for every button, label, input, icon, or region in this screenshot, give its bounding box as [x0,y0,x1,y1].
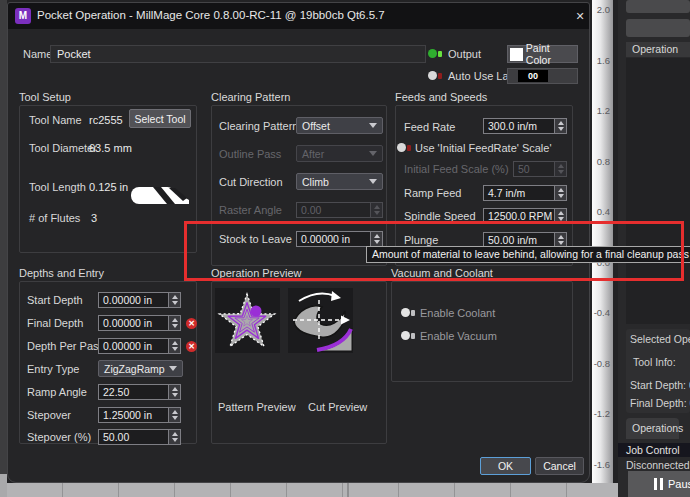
close-icon[interactable]: ✕ [572,8,588,24]
cut-preview-image [288,288,353,353]
star-pattern-icon [215,288,280,353]
ruler-tick: 0.4 [592,207,610,217]
operation-panel-header: Operation [626,42,690,57]
ruler-tick: -1.2 [592,409,610,419]
cancel-button[interactable]: Cancel [535,457,584,475]
start-depth-readout: Start Depth: 0.0 [630,379,690,391]
pattern-preview-image [215,288,280,353]
entry-type-dropdown[interactable]: ZigZagRamp [98,360,183,377]
ruler-tick: -0.8 [592,359,610,369]
pattern-preview-caption: Pattern Preview [218,401,296,413]
stepover-pct-input[interactable]: 50.00 [98,429,181,445]
spinner-buttons[interactable] [168,408,180,422]
outline-pass-dropdown: After [296,145,383,162]
spinner-buttons[interactable] [370,232,382,246]
pause-icon [654,478,663,490]
stepover-input[interactable]: 1.25000 in [98,407,181,423]
name-label: Name [23,48,52,60]
spinner-buttons[interactable] [168,385,180,399]
cut-direction-label: Cut Direction [219,176,283,188]
spinner-buttons[interactable] [168,293,180,307]
enable-coolant-checkbox [401,308,417,317]
spinner-buttons[interactable] [168,430,180,444]
ruler-tick: 1.6 [592,56,610,66]
tool-name-label: Tool Name [29,114,82,126]
outline-pass-label: Outline Pass [219,148,281,160]
layer-number-field[interactable]: 00 [507,68,578,84]
workspace-grid [7,483,618,497]
window-titlebar[interactable]: M Pocket Operation - MillMage Core 0.8.0… [8,3,589,29]
stock-to-leave-label: Stock to Leave [219,233,292,245]
cut-direction-dropdown[interactable]: Climb [296,173,383,190]
pause-button-label: Paus [668,478,690,490]
enable-vacuum-label: Enable Vacuum [420,330,497,342]
enable-coolant-label: Enable Coolant [420,307,495,319]
cut-preview-caption: Cut Preview [308,401,367,413]
stock-to-leave-input[interactable]: 0.00000 in [296,231,383,247]
initial-feed-scale-label: Initial Feed Scale (%) [404,163,509,175]
millmage-app-icon: M [15,8,31,24]
plunge-label: Plunge [404,234,438,246]
chevron-down-icon [369,123,377,128]
tool-info-label: Tool Info: [633,356,676,368]
layer-number-value: 00 [518,70,548,82]
background-left-edge [0,0,7,497]
background-left-edge-bottom [0,474,7,497]
ruler-tick: -1.6 [592,460,610,470]
final-depth-input[interactable]: 0.00000 in [98,315,181,331]
auto-use-layer-checkbox[interactable] [428,71,444,80]
spinner-buttons[interactable] [554,233,566,247]
spinner-buttons[interactable] [554,209,566,223]
use-initial-feedrate-checkbox[interactable] [397,143,413,152]
tool-setup-title: Tool Setup [19,91,71,103]
tool-diameter-label: Tool Diameter [29,142,97,154]
final-depth-error-icon: ✕ [186,318,197,329]
use-initial-feedrate-label: Use 'Initial FeedRate' Scale' [415,142,552,154]
name-input[interactable]: Pocket [50,45,426,63]
connection-status: Disconnected [626,459,690,471]
pause-button[interactable]: Paus [628,471,690,497]
output-checkbox[interactable] [428,49,444,58]
spinner-buttons [554,162,566,176]
ramp-feed-label: Ramp Feed [404,187,461,199]
cut-direction-icon [288,288,353,353]
color-swatch [510,48,523,61]
spinner-buttons[interactable] [554,119,566,133]
flutes-value: 3 [91,212,97,224]
ramp-angle-input[interactable]: 22.50 [98,384,181,400]
ramp-feed-input[interactable]: 4.7 in/m [483,185,567,201]
panel-toolbar-button-top[interactable] [626,0,690,13]
job-control-header: Job Control [618,443,690,457]
clearing-pattern-label: Clearing Pattern [219,120,299,132]
panel-toolbar-button[interactable] [626,19,690,37]
enable-vacuum-checkbox [401,331,417,340]
clearing-pattern-dropdown[interactable]: Offset [296,117,383,134]
chevron-down-icon [369,151,377,156]
spindle-speed-label: Spindle Speed [404,210,476,222]
window-title: Pocket Operation - MillMage Core 0.8.00-… [37,9,385,21]
stepover-pct-label: Stepover (%) [27,431,91,443]
spinner-buttons[interactable] [168,316,180,330]
paint-color-button[interactable]: Paint Color [507,45,578,63]
depth-per-pass-label: Depth Per Pass [27,340,104,352]
initial-feed-scale-input: 50 [513,161,567,177]
selected-operation-title: Selected Opera [630,333,690,345]
select-tool-button[interactable]: Select Tool [129,109,191,128]
tool-length-label: Tool Length [29,181,86,193]
stock-to-leave-tooltip: Amount of material to leave behind, allo… [366,246,690,263]
final-depth-label: Final Depth [27,317,83,329]
tab-operations[interactable]: Operations [626,418,679,439]
depth-per-pass-input[interactable]: 0.00000 in [98,338,181,354]
paint-color-label: Paint Color [526,42,577,66]
ok-button[interactable]: OK [480,457,531,475]
vacuum-coolant-title: Vacuum and Coolant [391,267,493,279]
start-depth-input[interactable]: 0.00000 in [98,292,181,308]
spinner-buttons[interactable] [168,339,180,353]
entry-type-label: Entry Type [27,363,79,375]
spinner-buttons[interactable] [554,186,566,200]
start-depth-label: Start Depth [27,294,83,306]
vertical-ruler: 2.0 1.6 1.2 0.8 0.4 0.0 -0.4 -0.8 -1.2 -… [592,0,613,483]
screen: 2.0 1.6 1.2 0.8 0.4 0.0 -0.4 -0.8 -1.2 -… [0,0,690,497]
spindle-speed-input[interactable]: 12500.0 RPM [483,208,567,224]
feed-rate-input[interactable]: 300.0 in/m [483,118,567,134]
